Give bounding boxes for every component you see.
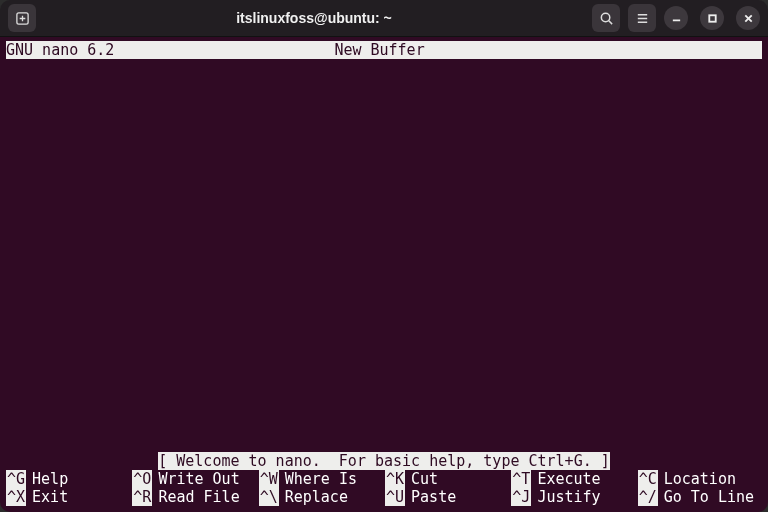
nano-titlebar: GNU nano 6.2 New Buffer	[6, 41, 762, 59]
new-tab-icon	[15, 11, 30, 26]
menu-button[interactable]	[628, 4, 656, 32]
maximize-button[interactable]	[700, 6, 724, 30]
shortcut-writeout: ^OWrite Out	[132, 470, 256, 488]
shortcut-readfile: ^RRead File	[132, 488, 256, 506]
shortcut-label: Replace	[279, 488, 348, 506]
shortcut-execute: ^TExecute	[511, 470, 635, 488]
shortcut-key: ^\	[259, 488, 279, 506]
shortcut-key: ^K	[385, 470, 405, 488]
shortcut-key: ^/	[638, 488, 658, 506]
shortcut-key: ^O	[132, 470, 152, 488]
shortcut-key: ^T	[511, 470, 531, 488]
close-button[interactable]	[736, 6, 760, 30]
shortcut-bar: ^GHelp ^OWrite Out ^WWhere Is ^KCut ^TEx…	[6, 470, 762, 506]
shortcut-label: Help	[26, 470, 68, 488]
shortcut-key: ^C	[638, 470, 658, 488]
status-message: [ Welcome to nano. For basic help, type …	[158, 452, 610, 470]
editor-area[interactable]	[6, 61, 762, 452]
hamburger-icon	[635, 11, 650, 26]
shortcut-label: Read File	[152, 488, 239, 506]
shortcut-location: ^CLocation	[638, 470, 762, 488]
status-message-line: [ Welcome to nano. For basic help, type …	[6, 452, 762, 470]
shortcut-label: Location	[658, 470, 736, 488]
shortcut-label: Exit	[26, 488, 68, 506]
search-icon	[599, 11, 614, 26]
shortcut-key: ^U	[385, 488, 405, 506]
shortcut-gotoline: ^/Go To Line	[638, 488, 762, 506]
minimize-icon	[671, 13, 682, 24]
search-button[interactable]	[592, 4, 620, 32]
shortcut-key: ^J	[511, 488, 531, 506]
window-title: itslinuxfoss@ubuntu: ~	[44, 10, 584, 26]
nano-version: GNU nano 6.2	[6, 41, 114, 59]
shortcut-replace: ^\Replace	[259, 488, 383, 506]
shortcut-label: Write Out	[152, 470, 239, 488]
shortcut-paste: ^UPaste	[385, 488, 509, 506]
titlebar: itslinuxfoss@ubuntu: ~	[0, 0, 768, 36]
shortcut-key: ^X	[6, 488, 26, 506]
shortcut-justify: ^JJustify	[511, 488, 635, 506]
shortcut-label: Justify	[531, 488, 600, 506]
svg-rect-9	[709, 15, 715, 21]
shortcut-key: ^R	[132, 488, 152, 506]
shortcut-label: Cut	[405, 470, 438, 488]
new-tab-button[interactable]	[8, 4, 36, 32]
nano-buffer-name: New Buffer	[334, 41, 424, 59]
shortcut-key: ^G	[6, 470, 26, 488]
shortcut-label: Execute	[531, 470, 600, 488]
shortcut-key: ^W	[259, 470, 279, 488]
minimize-button[interactable]	[664, 6, 688, 30]
window-controls	[664, 6, 760, 30]
shortcut-label: Go To Line	[658, 488, 754, 506]
shortcut-label: Where Is	[279, 470, 357, 488]
shortcut-cut: ^KCut	[385, 470, 509, 488]
shortcut-help: ^GHelp	[6, 470, 130, 488]
close-icon	[743, 13, 754, 24]
terminal-window: itslinuxfoss@ubuntu: ~ GNU nano 6.2 New …	[0, 0, 768, 512]
terminal-area[interactable]: GNU nano 6.2 New Buffer [ Welcome to nan…	[0, 36, 768, 512]
shortcut-label: Paste	[405, 488, 456, 506]
svg-line-4	[608, 20, 611, 23]
maximize-icon	[707, 13, 718, 24]
shortcut-exit: ^XExit	[6, 488, 130, 506]
shortcut-whereis: ^WWhere Is	[259, 470, 383, 488]
svg-point-3	[601, 13, 609, 21]
